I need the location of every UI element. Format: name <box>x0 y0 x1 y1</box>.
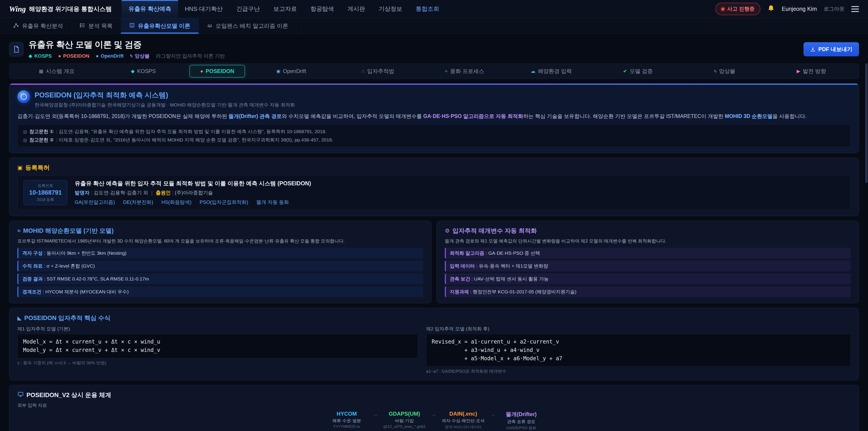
flow-node-gdaps: GDAPS(UM) 바람·기압 g512_v070_erea_*.grib2 <box>383 411 426 429</box>
scrollbar[interactable] <box>865 0 868 431</box>
circle-icon: ◉ <box>276 68 280 74</box>
subtab-analysis-list[interactable]: 분석 목록 <box>71 18 121 34</box>
poseidon-title: POSEIDON (입자추적 최적화 예측 시스템) <box>35 90 295 100</box>
section-tab-kosps[interactable]: ◆KOSPS <box>100 68 187 74</box>
highlight-optimization-algorithms: GA·DE·HS·PSO 알고리즘으로 자동 최적화 <box>423 113 523 119</box>
spec-row-input-data: 입력 데이터 : 유속·풍속 벡터 + 제1모델 변화량 <box>445 260 850 271</box>
formula-title: ◣ POSEIDON 입자추적 핵심 수식 <box>18 314 850 322</box>
subtab-label: 분석 목록 <box>88 22 113 30</box>
subtab-label: 유출유 확산분석 <box>22 22 63 30</box>
algorithm-links: GA(유전알고리즘) DE(차분진화) HS(화음탐색) PSO(입자군집최적화… <box>74 199 311 206</box>
tag-kosps: ◆KOSPS <box>29 53 52 59</box>
nav-item-integrated-search[interactable]: 통합조회 <box>409 0 446 18</box>
nav-item-reports[interactable]: 보고자료 <box>267 0 304 18</box>
external-input-label: 외부 입력 자료 <box>18 402 850 408</box>
section-tab-strip: ▦시스템 개요 ◆KOSPS ●POSEIDON ◉OpenDrift ∴입자추… <box>9 63 859 79</box>
subtab-oil-fence-theory[interactable]: 오일펜스 배치 알고리즘 이론 <box>199 18 297 34</box>
rocket-icon: ▶ <box>797 68 800 74</box>
diamond-icon: ◆ <box>131 68 134 74</box>
formula-model2-code: Revised_x = a1·current_u + a2·current_v … <box>426 334 850 367</box>
subtab-spill-analysis[interactable]: 유출유 확산분석 <box>5 18 71 34</box>
mohid-title: ≈ MOHID 해양순환모델 (기반 모델) <box>18 227 423 235</box>
book-icon: ▤ <box>23 129 27 134</box>
nav-item-hns-diffusion[interactable]: HNS·대기확산 <box>178 0 230 18</box>
patent-link-drifter[interactable]: 뜰개 자동 동화 <box>256 199 289 206</box>
formula-model1-caption: c : 풍속 가중치 (예: c=0.3 → 바람의 30% 반영) <box>18 360 418 366</box>
nav-item-weather-info[interactable]: 기상정보 <box>372 0 409 18</box>
formula-model1-label: 제1 입자추적 모델 (기본) <box>18 326 418 332</box>
spec-row-vertical-coord: 수직 좌표 : σ + Z-level 혼합 (GVC) <box>18 260 423 271</box>
section-tab-validation[interactable]: ✔모델 검증 <box>594 68 681 75</box>
logout-button[interactable]: 로그아웃 <box>824 5 844 12</box>
scatter-analysis-icon <box>13 22 19 30</box>
section-tab-ensemble[interactable]: ϟ앙상블 <box>681 68 768 75</box>
optimization-title: ⚙ 입자추적 매개변수 자동 최적화 <box>445 227 850 235</box>
download-icon <box>810 47 815 52</box>
patent-link-hs[interactable]: HS(화음탐색) <box>161 199 191 206</box>
mohid-description: 포르투갈 IST/MARETEC에서 1985년부터 개발한 3D 수치 해양순… <box>18 238 423 245</box>
page-document-icon <box>9 42 24 57</box>
triangle-ruler-icon: ◣ <box>18 315 22 321</box>
section-tab-roadmap[interactable]: ▶발전 방향 <box>768 68 855 75</box>
monitor-icon <box>18 391 24 399</box>
highlight-mohid-model: MOHID 3D 순환모델 <box>725 113 773 119</box>
main-content: POSEIDON (입자추적 최적화 예측 시스템) 한국해양경찰청·(주)아라… <box>0 79 868 431</box>
menu-icon[interactable] <box>851 6 859 12</box>
mohid-card: ≈ MOHID 해양순환모델 (기반 모델) 포르투갈 IST/MARETEC에… <box>9 221 432 303</box>
subtab-label: 오일펜스 배치 알고리즘 이론 <box>216 22 288 30</box>
main-nav: 유출유 확산예측 HNS·대기확산 긴급구난 보고자료 항공탐색 게시판 기상정… <box>122 0 446 18</box>
app-logo[interactable]: Wing 해양환경 위기대응 통합시스템 <box>9 0 112 18</box>
section-tab-weathering[interactable]: ≈풍화 프로세스 <box>421 68 508 75</box>
wave-icon: ≈ <box>445 68 448 74</box>
oil-fence-icon <box>207 22 213 30</box>
references-box: ▤ 참고문헌 ① : 김도연·김용혁, "유출유 확산 예측을 위한 입자 추적… <box>18 125 850 147</box>
patent-link-de[interactable]: DE(차분진화) <box>123 199 153 206</box>
patent-card: ▣ 등록특허 등록번호 10-1868791 2018 등록 유출유 확산 예측… <box>9 157 859 216</box>
patent-link-ga[interactable]: GA(유전알고리즘) <box>74 199 115 206</box>
page-title: 유출유 확산 모델 이론 및 검증 <box>29 39 225 51</box>
user-name: Eunjeong Kim <box>782 6 817 12</box>
spec-row-observation: 관측 보간 : UAV·선박 탑재 센서 동시 활용 가능 <box>445 274 850 284</box>
poseidon-subtitle: 한국해양경찰청·(주)아라종합기술·한국해양기상기술 공동개발 · MOHID … <box>35 102 295 108</box>
diamond-icon: ◆ <box>29 53 32 59</box>
patent-number: 10-1868791 <box>29 189 62 196</box>
arrow-icon: → <box>431 411 436 418</box>
section-tab-overview[interactable]: ▦시스템 개요 <box>13 68 100 75</box>
dot-icon: ● <box>200 68 203 74</box>
arrow-icon: → <box>490 411 495 418</box>
section-tab-opendrift[interactable]: ◉OpenDrift <box>248 68 335 74</box>
tag-ensemble: ϟ앙상블 <box>130 53 150 59</box>
check-icon: ✔ <box>623 68 627 74</box>
nav-item-board[interactable]: 게시판 <box>341 0 372 18</box>
poseidon-globe-icon <box>18 90 30 103</box>
formula-model2-label: 제2 입자추적 모델 (최적화 후) <box>426 326 850 332</box>
patent-link-pso[interactable]: PSO(입자군집최적화) <box>199 199 248 206</box>
pdf-export-button[interactable]: PDF 내보내기 <box>804 42 859 56</box>
logo-wing-mark: Wing <box>9 5 26 13</box>
poseidon-overview-card: POSEIDON (입자추적 최적화 예측 시스템) 한국해양경찰청·(주)아라… <box>9 83 859 153</box>
patent-title: 유출유 확산 예측을 위한 입자 추적 모듈 최적화 방법 및 이를 이용한 예… <box>74 180 311 187</box>
section-tab-particle-tracking[interactable]: ∴입자추적법 <box>335 68 421 75</box>
subtab-spill-model-theory[interactable]: 유출유확산모델 이론 <box>121 18 199 34</box>
nav-item-oil-spill-prediction[interactable]: 유출유 확산예측 <box>122 0 178 18</box>
formula-model2: 제2 입자추적 모델 (최적화 후) Revised_x = a1·curren… <box>426 326 850 374</box>
notification-bell-icon[interactable] <box>767 5 775 13</box>
dot-icon: ● <box>96 53 98 59</box>
spec-row-boundary: 경계조건 : HYCOM 재분석 (MYOCEAN 대비 우수) <box>18 286 423 297</box>
section-tab-ocean-input[interactable]: ☁해양환경 입력 <box>508 68 595 75</box>
reference-1: ▤ 참고문헌 ① : 김도연·김용혁, "유출유 확산 예측을 위한 입자 추적… <box>23 128 845 135</box>
flow-node-dain: DAIN(.enc) 격자·수심·해안선·조석 정적 바이너리 데이터 <box>442 411 485 430</box>
optimization-card: ⚙ 입자추적 매개변수 자동 최적화 뜰개 관측 경로와 제1 모델 예측값의 … <box>436 221 859 303</box>
sub-tab-bar: 유출유 확산분석 분석 목록 유출유확산모델 이론 오일펜스 배치 알고리즘 이… <box>0 18 868 34</box>
tag-opendrift: ●OpenDrift <box>96 53 124 59</box>
nav-item-aerial-search[interactable]: 항공탐색 <box>304 0 341 18</box>
bolt-icon: ϟ <box>130 53 133 59</box>
patent-meta: 발명자 : 김도연·김용혁·김충기 외 | 출원인 : (주)아라종합기술 <box>74 189 311 196</box>
scrollbar-thumb[interactable] <box>865 63 868 183</box>
nav-item-emergency-rescue[interactable]: 긴급구난 <box>229 0 267 18</box>
list-icon <box>80 22 86 30</box>
spec-row-grid: 격자 구성 : 동아시아 9km + 한반도 3km (Nesting) <box>18 248 423 258</box>
section-tab-poseidon[interactable]: ●POSEIDON <box>189 65 245 78</box>
incident-status-badge[interactable]: 사고 진행중 <box>715 3 761 15</box>
topbar-right: 사고 진행중 Eunjeong Kim 로그아웃 <box>715 0 859 18</box>
